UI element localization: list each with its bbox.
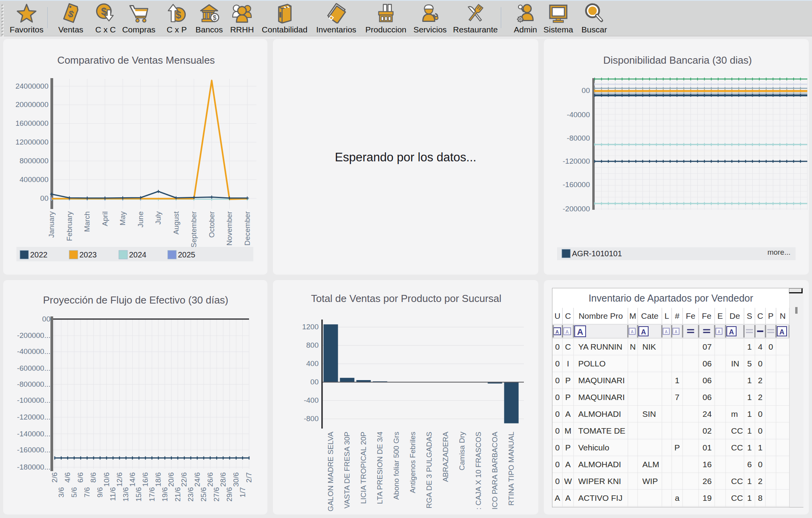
svg-text:YA RUNNIN: YA RUNNIN [578,342,622,351]
svg-text:0: 0 [555,342,560,351]
svg-text:A: A [631,330,633,334]
svg-text:N: N [630,342,636,351]
svg-text:POLLO: POLLO [578,359,606,368]
svg-text:1200: 1200 [302,323,319,331]
svg-text:02: 02 [703,426,712,435]
svg-text:Camisa Dry: Camisa Dry [458,432,466,471]
svg-text:1/7: 1/7 [238,487,247,497]
svg-text:IN: IN [731,359,739,368]
svg-text:01: 01 [703,443,712,452]
svg-text:7: 7 [675,393,679,402]
svg-text:22/6: 22/6 [180,472,188,487]
svg-text:1: 1 [747,376,752,385]
svg-text:-120000...: -120000... [17,413,50,421]
svg-text:a: a [675,493,679,502]
svg-text:Total de Ventas por Producto p: Total de Ventas por Producto por Sucursa… [311,293,501,304]
svg-text:LICIA TROPICAL 20P: LICIA TROPICAL 20P [359,432,367,504]
svg-text:A: A [674,330,677,334]
svg-text:P: P [768,311,773,320]
svg-text:1: 1 [747,393,752,402]
svg-text:8/6: 8/6 [89,472,97,482]
svg-text:Nombre Pro: Nombre Pro [579,311,623,320]
svg-text:6: 6 [747,460,752,469]
svg-text:-600000...: -600000... [17,364,50,372]
svg-text:400: 400 [306,359,319,368]
svg-text:26: 26 [703,477,712,486]
svg-text:A: A [665,330,667,334]
svg-text:06: 06 [703,376,712,385]
svg-text:M: M [565,426,572,435]
svg-text:C: C [757,311,763,320]
svg-text:Abono foliar 500 Grs: Abono foliar 500 Grs [392,432,400,500]
svg-text:December: December [243,211,251,245]
svg-text:2: 2 [758,393,763,402]
svg-text:9/6: 9/6 [96,487,104,497]
svg-text:15/6: 15/6 [134,487,143,502]
svg-text:CC: CC [731,493,743,502]
svg-text:November: November [225,211,233,245]
svg-text:24/6: 24/6 [193,472,201,487]
svg-text:2/6: 2/6 [50,472,59,482]
svg-text:P: P [674,443,680,452]
svg-text:Comparativo de Ventas Mensuale: Comparativo de Ventas Mensuales [57,54,215,66]
svg-text:00: 00 [582,86,590,95]
svg-text:CC: CC [731,443,743,452]
svg-text:-200000...: -200000... [17,331,50,339]
svg-text:1: 1 [747,426,752,435]
svg-text:more...: more... [767,248,790,256]
svg-text:0: 0 [758,460,763,469]
svg-text:Disponibilidad Bancaria (30 di: Disponibilidad Bancaria (30 dias) [603,54,752,66]
svg-text:1: 1 [758,443,763,452]
svg-text:A: A [729,328,734,336]
svg-text:CC: CC [731,426,743,435]
svg-text:0: 0 [555,359,560,368]
svg-text:A: A [556,329,559,335]
svg-text:24: 24 [703,409,712,418]
svg-text:GALON MADRE SELVA: GALON MADRE SELVA [326,432,335,511]
svg-text:2022: 2022 [30,250,48,259]
svg-text:1: 1 [747,443,752,452]
svg-text:-120000: -120000 [563,157,590,165]
svg-text:1: 1 [675,376,679,385]
svg-text:C: C [565,342,571,351]
svg-text:AGR-1010101: AGR-1010101 [572,249,622,258]
svg-text:-400: -400 [304,396,319,404]
svg-text:0: 0 [769,342,773,351]
svg-text:2025: 2025 [178,250,195,259]
svg-text:19/6: 19/6 [161,487,169,502]
svg-text:2/7: 2/7 [245,472,253,482]
svg-text:NIK: NIK [642,342,656,351]
svg-text:A: A [565,493,571,502]
svg-text:2024: 2024 [129,250,147,259]
svg-text:0: 0 [555,477,560,486]
svg-text:Fe: Fe [686,311,695,320]
svg-text:E: E [717,311,723,320]
svg-text:2023: 2023 [79,250,97,259]
svg-text:10/6: 10/6 [102,472,111,487]
svg-text:5: 5 [747,359,752,368]
svg-text:0: 0 [758,409,763,418]
svg-text:28/6: 28/6 [219,472,227,487]
svg-text:January: January [47,211,56,238]
svg-text:16: 16 [703,460,712,469]
svg-text:February: February [65,211,73,241]
svg-text:Vehiculo: Vehiculo [578,443,609,452]
svg-text:19: 19 [703,493,712,502]
svg-text:14/6: 14/6 [128,472,136,487]
svg-text:0: 0 [555,443,560,452]
svg-text:2: 2 [758,376,763,385]
svg-text:RTINA TIPO MANUAL: RTINA TIPO MANUAL [507,432,515,505]
svg-text:11/6: 11/6 [109,487,117,501]
svg-text:23/6: 23/6 [186,487,195,502]
svg-text:0: 0 [555,460,560,469]
svg-text:M: M [629,311,636,320]
svg-text:C: C [565,311,571,320]
svg-text:-200000: -200000 [563,205,590,213]
svg-text:P: P [565,376,571,385]
svg-text:800: 800 [306,341,319,349]
svg-text:25/6: 25/6 [199,487,208,502]
svg-text:4/6: 4/6 [63,472,72,482]
svg-text:18/6: 18/6 [154,472,162,487]
svg-text:13/6: 13/6 [122,487,130,502]
svg-text:16/6: 16/6 [141,472,149,487]
